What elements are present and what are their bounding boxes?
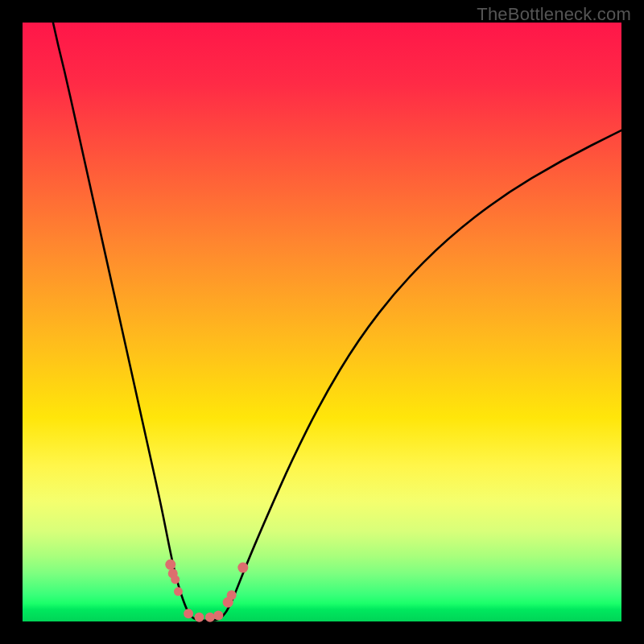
data-marker [174,587,183,596]
plot-area [23,23,621,621]
data-marker [194,613,204,622]
data-marker [184,609,193,618]
data-marker [237,563,248,573]
data-marker [165,559,175,570]
bottleneck-curve [45,0,644,621]
curve-layer [23,23,621,621]
data-marker [205,613,215,622]
data-marker [227,590,237,600]
data-marker [213,611,223,621]
chart-frame: TheBottleneck.com [0,0,644,644]
data-marker [171,575,180,584]
